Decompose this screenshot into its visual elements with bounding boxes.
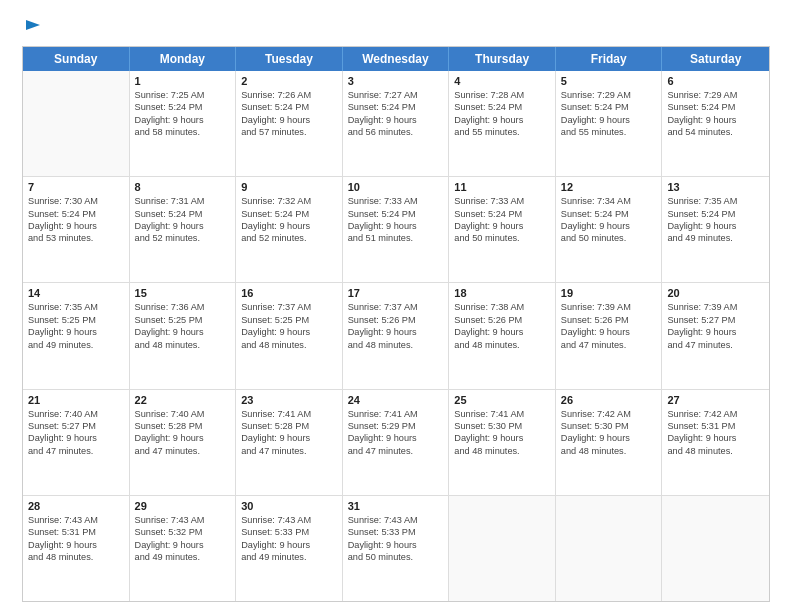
cell-info-line: Sunset: 5:24 PM <box>135 208 231 220</box>
header-day-monday: Monday <box>130 47 237 71</box>
header-day-saturday: Saturday <box>662 47 769 71</box>
day-cell-6: 6Sunrise: 7:29 AMSunset: 5:24 PMDaylight… <box>662 71 769 176</box>
cell-info-line: Daylight: 9 hours <box>454 114 550 126</box>
cell-info-line: Sunrise: 7:43 AM <box>28 514 124 526</box>
day-number: 27 <box>667 394 764 406</box>
cell-info-line: Sunrise: 7:40 AM <box>135 408 231 420</box>
cell-info-line: and 49 minutes. <box>28 339 124 351</box>
cell-info-line: Sunrise: 7:30 AM <box>28 195 124 207</box>
cell-info-line: Daylight: 9 hours <box>561 432 657 444</box>
cell-info-line: Daylight: 9 hours <box>348 220 444 232</box>
cell-info-line: Daylight: 9 hours <box>135 432 231 444</box>
cell-info-line: Sunrise: 7:36 AM <box>135 301 231 313</box>
day-number: 7 <box>28 181 124 193</box>
cell-info-line: Sunrise: 7:40 AM <box>28 408 124 420</box>
day-cell-27: 27Sunrise: 7:42 AMSunset: 5:31 PMDayligh… <box>662 390 769 495</box>
cell-info-line: Daylight: 9 hours <box>667 432 764 444</box>
cell-info-line: Sunrise: 7:32 AM <box>241 195 337 207</box>
cell-info-line: Sunset: 5:27 PM <box>28 420 124 432</box>
day-number: 28 <box>28 500 124 512</box>
day-cell-9: 9Sunrise: 7:32 AMSunset: 5:24 PMDaylight… <box>236 177 343 282</box>
cell-info-line: Sunrise: 7:43 AM <box>348 514 444 526</box>
cell-info-line: Sunset: 5:24 PM <box>241 208 337 220</box>
day-cell-30: 30Sunrise: 7:43 AMSunset: 5:33 PMDayligh… <box>236 496 343 601</box>
cell-info-line: Daylight: 9 hours <box>667 220 764 232</box>
day-number: 13 <box>667 181 764 193</box>
cell-info-line: and 52 minutes. <box>135 232 231 244</box>
cell-info-line: and 47 minutes. <box>241 445 337 457</box>
cell-info-line: Sunset: 5:26 PM <box>561 314 657 326</box>
day-cell-10: 10Sunrise: 7:33 AMSunset: 5:24 PMDayligh… <box>343 177 450 282</box>
day-number: 16 <box>241 287 337 299</box>
cell-info-line: Sunrise: 7:38 AM <box>454 301 550 313</box>
day-number: 22 <box>135 394 231 406</box>
day-cell-21: 21Sunrise: 7:40 AMSunset: 5:27 PMDayligh… <box>23 390 130 495</box>
day-cell-2: 2Sunrise: 7:26 AMSunset: 5:24 PMDaylight… <box>236 71 343 176</box>
cell-info-line: and 47 minutes. <box>135 445 231 457</box>
cell-info-line: Sunrise: 7:41 AM <box>241 408 337 420</box>
day-cell-28: 28Sunrise: 7:43 AMSunset: 5:31 PMDayligh… <box>23 496 130 601</box>
cell-info-line: and 47 minutes. <box>667 339 764 351</box>
cell-info-line: and 47 minutes. <box>348 445 444 457</box>
cell-info-line: Daylight: 9 hours <box>135 114 231 126</box>
cell-info-line: Sunrise: 7:29 AM <box>667 89 764 101</box>
day-cell-16: 16Sunrise: 7:37 AMSunset: 5:25 PMDayligh… <box>236 283 343 388</box>
day-cell-4: 4Sunrise: 7:28 AMSunset: 5:24 PMDaylight… <box>449 71 556 176</box>
day-number: 10 <box>348 181 444 193</box>
cell-info-line: Daylight: 9 hours <box>28 326 124 338</box>
cell-info-line: Sunset: 5:29 PM <box>348 420 444 432</box>
cell-info-line: Daylight: 9 hours <box>241 432 337 444</box>
cell-info-line: and 57 minutes. <box>241 126 337 138</box>
cell-info-line: Sunset: 5:25 PM <box>241 314 337 326</box>
cell-info-line: Daylight: 9 hours <box>241 220 337 232</box>
cell-info-line: Daylight: 9 hours <box>454 326 550 338</box>
day-number: 31 <box>348 500 444 512</box>
cell-info-line: Daylight: 9 hours <box>348 326 444 338</box>
cell-info-line: and 48 minutes. <box>454 339 550 351</box>
day-cell-3: 3Sunrise: 7:27 AMSunset: 5:24 PMDaylight… <box>343 71 450 176</box>
cell-info-line: Daylight: 9 hours <box>348 539 444 551</box>
day-cell-17: 17Sunrise: 7:37 AMSunset: 5:26 PMDayligh… <box>343 283 450 388</box>
calendar-body: 1Sunrise: 7:25 AMSunset: 5:24 PMDaylight… <box>23 71 769 601</box>
cell-info-line: Sunrise: 7:34 AM <box>561 195 657 207</box>
day-number: 3 <box>348 75 444 87</box>
header <box>22 18 770 36</box>
empty-cell <box>449 496 556 601</box>
week-row-0: 1Sunrise: 7:25 AMSunset: 5:24 PMDaylight… <box>23 71 769 177</box>
cell-info-line: and 55 minutes. <box>454 126 550 138</box>
cell-info-line: Sunset: 5:24 PM <box>561 208 657 220</box>
cell-info-line: Sunset: 5:24 PM <box>135 101 231 113</box>
day-cell-7: 7Sunrise: 7:30 AMSunset: 5:24 PMDaylight… <box>23 177 130 282</box>
day-cell-1: 1Sunrise: 7:25 AMSunset: 5:24 PMDaylight… <box>130 71 237 176</box>
day-number: 11 <box>454 181 550 193</box>
week-row-3: 21Sunrise: 7:40 AMSunset: 5:27 PMDayligh… <box>23 390 769 496</box>
day-cell-31: 31Sunrise: 7:43 AMSunset: 5:33 PMDayligh… <box>343 496 450 601</box>
cell-info-line: Daylight: 9 hours <box>28 220 124 232</box>
day-cell-8: 8Sunrise: 7:31 AMSunset: 5:24 PMDaylight… <box>130 177 237 282</box>
svg-marker-0 <box>26 20 40 30</box>
cell-info-line: Daylight: 9 hours <box>135 220 231 232</box>
cell-info-line: and 50 minutes. <box>454 232 550 244</box>
day-number: 2 <box>241 75 337 87</box>
day-cell-26: 26Sunrise: 7:42 AMSunset: 5:30 PMDayligh… <box>556 390 663 495</box>
cell-info-line: and 48 minutes. <box>454 445 550 457</box>
cell-info-line: Sunset: 5:24 PM <box>454 101 550 113</box>
day-number: 20 <box>667 287 764 299</box>
day-cell-18: 18Sunrise: 7:38 AMSunset: 5:26 PMDayligh… <box>449 283 556 388</box>
cell-info-line: Sunset: 5:30 PM <box>454 420 550 432</box>
day-cell-13: 13Sunrise: 7:35 AMSunset: 5:24 PMDayligh… <box>662 177 769 282</box>
cell-info-line: Daylight: 9 hours <box>348 432 444 444</box>
day-number: 18 <box>454 287 550 299</box>
day-number: 29 <box>135 500 231 512</box>
calendar-header: SundayMondayTuesdayWednesdayThursdayFrid… <box>23 47 769 71</box>
cell-info-line: Sunset: 5:28 PM <box>241 420 337 432</box>
cell-info-line: Daylight: 9 hours <box>454 432 550 444</box>
cell-info-line: and 55 minutes. <box>561 126 657 138</box>
calendar: SundayMondayTuesdayWednesdayThursdayFrid… <box>22 46 770 602</box>
cell-info-line: Sunset: 5:33 PM <box>241 526 337 538</box>
header-day-thursday: Thursday <box>449 47 556 71</box>
cell-info-line: Daylight: 9 hours <box>561 220 657 232</box>
cell-info-line: Daylight: 9 hours <box>561 326 657 338</box>
cell-info-line: Sunset: 5:30 PM <box>561 420 657 432</box>
empty-cell <box>23 71 130 176</box>
